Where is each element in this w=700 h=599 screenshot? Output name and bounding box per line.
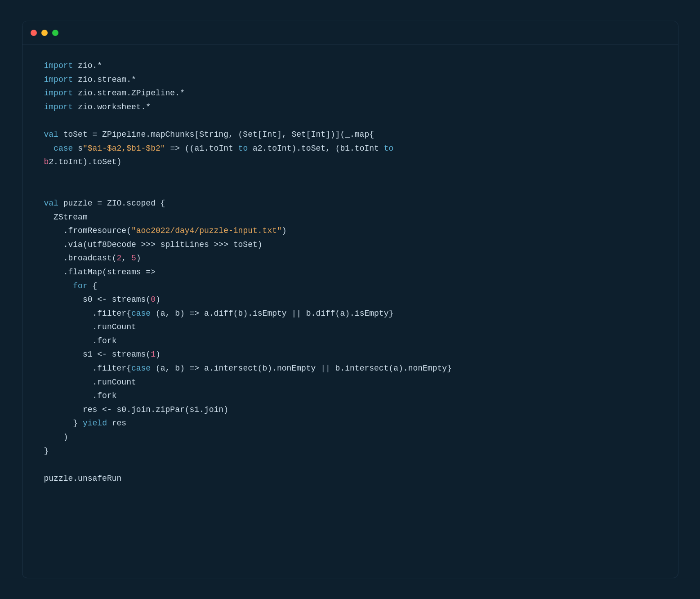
code-line-27: } yield res [44, 416, 656, 430]
code-line-29: } [44, 444, 656, 458]
code-line-19: .filter{case (a, b) => a.diff(b).isEmpty… [44, 307, 656, 321]
code-line-18: s0 <- streams(0) [44, 293, 656, 307]
code-line-4: import zio.worksheet.* [44, 100, 656, 114]
titlebar [22, 21, 678, 45]
code-line-20: .runCount [44, 320, 656, 334]
minimize-button[interactable] [41, 30, 48, 36]
code-line-22: s1 <- streams(1) [44, 348, 656, 362]
code-line-15: .broadcast(2, 5) [44, 251, 656, 265]
maximize-button[interactable] [52, 30, 58, 36]
code-line-7: case s"$a1-$a2,$b1-$b2" => ((a1.toInt to… [44, 142, 656, 156]
code-line-21: .fork [44, 334, 656, 348]
code-line-1: import zio.* [44, 59, 656, 73]
code-line-25: .fork [44, 389, 656, 403]
code-line-12: ZStream [44, 210, 656, 224]
close-button[interactable] [31, 30, 37, 36]
code-line-17: for { [44, 279, 656, 293]
code-line-8: b2.toInt).toSet) [44, 155, 656, 169]
code-line-5 [44, 114, 656, 128]
code-line-14: .via(utf8Decode >>> splitLines >>> toSet… [44, 238, 656, 252]
code-line-30 [44, 458, 656, 472]
code-line-10 [44, 183, 656, 197]
code-line-9 [44, 169, 656, 183]
code-line-3: import zio.stream.ZPipeline.* [44, 86, 656, 100]
code-line-31: puzzle.unsafeRun [44, 472, 656, 486]
code-editor[interactable]: import zio.* import zio.stream.* import … [22, 45, 678, 578]
editor-window: import zio.* import zio.stream.* import … [22, 21, 678, 578]
code-line-6: val toSet = ZPipeline.mapChunks[String, … [44, 128, 656, 142]
code-line-26: res <- s0.join.zipPar(s1.join) [44, 403, 656, 417]
code-line-13: .fromResource("aoc2022/day4/puzzle-input… [44, 224, 656, 238]
code-line-23: .filter{case (a, b) => a.intersect(b).no… [44, 362, 656, 375]
code-line-2: import zio.stream.* [44, 73, 656, 87]
code-line-11: val puzzle = ZIO.scoped { [44, 197, 656, 210]
code-line-28: ) [44, 430, 656, 444]
code-line-16: .flatMap(streams => [44, 265, 656, 279]
code-line-24: .runCount [44, 375, 656, 389]
